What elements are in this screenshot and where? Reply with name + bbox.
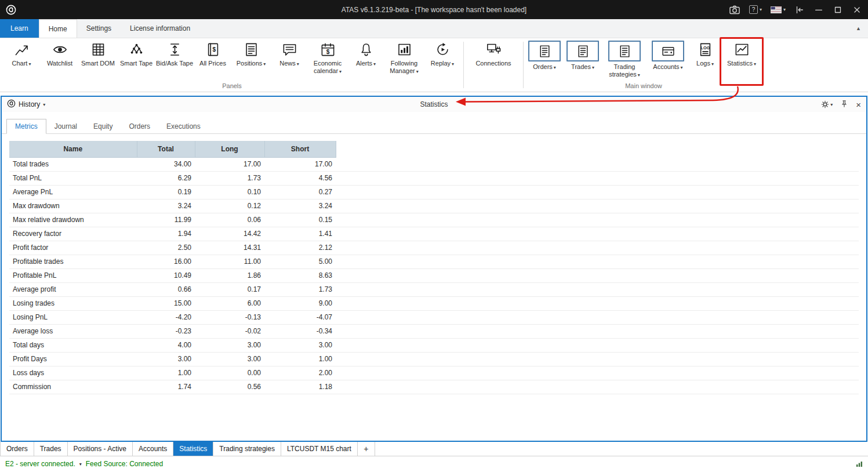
- ribbon-button-all-prices[interactable]: $ All Prices: [194, 38, 232, 82]
- help-button[interactable]: ?▾: [749, 5, 762, 14]
- ribbon-button-watchlist[interactable]: Watchlist: [41, 38, 79, 82]
- metric-short-value: 17.00: [264, 157, 336, 171]
- row-filler: [336, 199, 859, 213]
- metric-long-value: 17.00: [195, 157, 264, 171]
- tab-settings[interactable]: Settings: [77, 19, 121, 38]
- ribbon-collapse-button[interactable]: ▲: [856, 19, 861, 38]
- svg-text:$: $: [212, 46, 216, 52]
- table-row[interactable]: Total days 4.00 3.00 3.00: [9, 338, 859, 352]
- ribbon-button-replay[interactable]: Replay▾: [423, 38, 462, 82]
- ribbon-button-alerts[interactable]: Alerts▾: [347, 38, 385, 82]
- add-tab-button[interactable]: +: [358, 442, 375, 456]
- bottom-tab-ltcusdt-m15-chart[interactable]: LTCUSDT M15 chart: [281, 442, 358, 456]
- bottom-tab-trades[interactable]: Trades: [34, 442, 68, 456]
- ribbon-button-smart-tape[interactable]: Smart Tape: [117, 38, 155, 82]
- column-header-short[interactable]: Short: [264, 141, 336, 157]
- tab-journal[interactable]: Journal: [46, 119, 85, 133]
- metric-total-value: 3.00: [137, 352, 195, 366]
- table-row[interactable]: Losing PnL -4.20 -0.13 -4.07: [9, 310, 859, 324]
- tab-home[interactable]: Home: [39, 19, 77, 38]
- screenshot-button[interactable]: [729, 4, 740, 16]
- bottom-tab-trading-strategies[interactable]: Trading strategies: [213, 442, 281, 456]
- panel-source-dropdown[interactable]: History ▾: [7, 99, 45, 110]
- atas-logo-icon: [6, 5, 16, 15]
- row-filler: [336, 324, 859, 338]
- tab-equity[interactable]: Equity: [85, 119, 121, 133]
- ribbon-button-logs[interactable]: LOG Logs▾: [689, 38, 721, 82]
- chevron-down-icon: ▾: [638, 72, 640, 78]
- panel-settings-button[interactable]: ▾: [821, 100, 833, 108]
- metric-total-value: 0.66: [137, 282, 195, 296]
- ribbon-button-connections[interactable]: Connections: [471, 38, 515, 82]
- panel-close-button[interactable]: ×: [856, 100, 861, 109]
- tab-learn[interactable]: Learn: [0, 19, 39, 38]
- metric-long-value: 6.00: [195, 296, 264, 310]
- table-row[interactable]: Profitable PnL 10.49 1.86 8.63: [9, 268, 859, 282]
- ribbon-button-economic-calendar[interactable]: $ Economic calendar▾: [308, 38, 347, 82]
- ribbon-button-orders[interactable]: Orders▾: [525, 38, 564, 82]
- panel-tab-bar: Metrics Journal Equity Orders Executions: [2, 119, 866, 134]
- row-filler: [336, 366, 859, 380]
- ribbon-button-chart[interactable]: Chart▾: [2, 38, 41, 82]
- metric-long-value: -0.13: [195, 310, 264, 324]
- help-icon: ?: [749, 5, 758, 14]
- ribbon-button-smart-dom[interactable]: Smart DOM: [79, 38, 117, 82]
- grid-table-icon: [90, 40, 106, 59]
- close-button[interactable]: [852, 5, 862, 15]
- ribbon-button-trades[interactable]: Trades▾: [564, 38, 602, 82]
- table-row[interactable]: Profit Days 3.00 3.00 1.00: [9, 352, 859, 366]
- ribbon-button-positions[interactable]: Positions▾: [232, 38, 270, 82]
- table-row[interactable]: Total PnL 6.29 1.73 4.56: [9, 171, 859, 185]
- row-filler: [336, 296, 859, 310]
- ribbon-tab-bar: Learn Home Settings License information …: [0, 19, 868, 38]
- bottom-tab-orders[interactable]: Orders: [0, 442, 34, 456]
- ribbon-button-following-manager[interactable]: Following Manager▾: [385, 38, 423, 82]
- chart-icon: [14, 40, 30, 59]
- table-row[interactable]: Average profit 0.66 0.17 1.73: [9, 282, 859, 296]
- table-row[interactable]: Losing trades 15.00 6.00 9.00: [9, 296, 859, 310]
- statusbar: E2 - server connected. ▾ Feed Source: Co…: [0, 456, 868, 471]
- chevron-down-icon: ▾: [592, 65, 594, 70]
- column-header-name[interactable]: Name: [9, 141, 137, 157]
- table-row[interactable]: Commission 1.74 0.56 1.18: [9, 380, 859, 394]
- statistics-chart-icon: [734, 40, 750, 59]
- bottom-tab-accounts[interactable]: Accounts: [133, 442, 173, 456]
- ribbon: Chart▾ Watchlist Smart DOM Smart Tape Bi…: [0, 38, 868, 92]
- metric-long-value: 0.00: [195, 366, 264, 380]
- table-row[interactable]: Profit factor 2.50 14.31 2.12: [9, 241, 859, 255]
- server-status-dropdown[interactable]: ▾: [79, 462, 82, 467]
- ribbon-button-bid-ask-tape[interactable]: Bid/Ask Tape: [155, 38, 194, 82]
- table-row[interactable]: Max relative drawdown 11.99 0.06 0.15: [9, 213, 859, 227]
- plus-icon: +: [364, 444, 368, 453]
- tab-executions[interactable]: Executions: [158, 119, 209, 133]
- table-row[interactable]: Loss days 1.00 0.00 2.00: [9, 366, 859, 380]
- bottom-tab-positions-active[interactable]: Positions - Active: [68, 442, 133, 456]
- ribbon-button-accounts[interactable]: Accounts▾: [647, 38, 689, 82]
- table-row[interactable]: Max drawdown 3.24 0.12 3.24: [9, 199, 859, 213]
- tab-orders[interactable]: Orders: [121, 119, 158, 133]
- maximize-button[interactable]: [833, 5, 843, 15]
- ribbon-button-statistics[interactable]: Statistics▾: [721, 38, 762, 82]
- metric-long-value: 1.86: [195, 268, 264, 282]
- minimize-button[interactable]: [813, 5, 824, 15]
- table-row[interactable]: Total trades 34.00 17.00 17.00: [9, 157, 859, 171]
- bottom-tab-statistics[interactable]: Statistics: [173, 442, 213, 456]
- language-selector[interactable]: ▾: [771, 6, 786, 13]
- table-row[interactable]: Profitable trades 16.00 11.00 5.00: [9, 255, 859, 268]
- table-row[interactable]: Recovery factor 1.94 14.42 1.41: [9, 227, 859, 241]
- table-row[interactable]: Average loss -0.23 -0.02 -0.34: [9, 324, 859, 338]
- metrics-table: Name Total Long Short Total trades 34.00…: [9, 141, 859, 394]
- ribbon-button-news[interactable]: News▾: [270, 38, 308, 82]
- row-filler: [336, 171, 859, 185]
- ribbon-button-trading-strategies[interactable]: Trading strategies▾: [602, 38, 647, 82]
- metric-long-value: 14.31: [195, 241, 264, 255]
- orders-list-icon: [528, 41, 561, 61]
- table-row[interactable]: Average PnL 0.19 0.10 0.27: [9, 185, 859, 199]
- panel-pin-button[interactable]: [840, 100, 848, 110]
- tab-license-information[interactable]: License information: [121, 19, 199, 38]
- tab-metrics[interactable]: Metrics: [6, 119, 46, 134]
- column-header-long[interactable]: Long: [195, 141, 264, 157]
- minimize-to-tray-button[interactable]: [794, 5, 805, 15]
- column-header-total[interactable]: Total: [137, 141, 195, 157]
- metric-total-value: 1.94: [137, 227, 195, 241]
